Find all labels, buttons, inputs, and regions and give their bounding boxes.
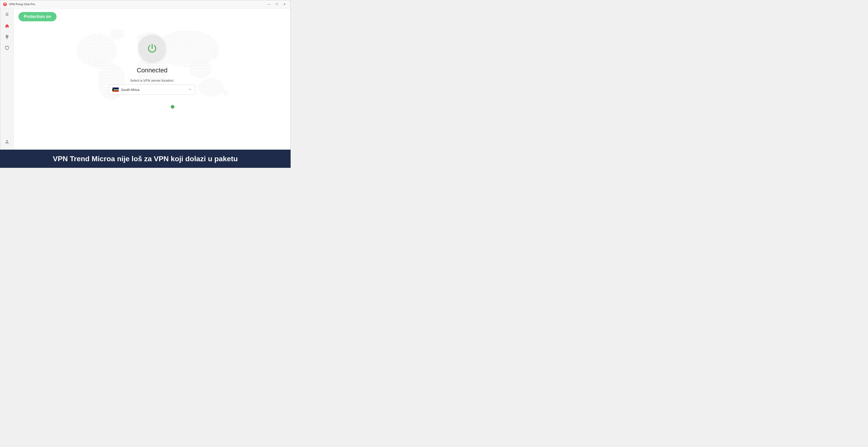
close-button[interactable]: ✕ <box>281 2 288 7</box>
sidebar-item-account[interactable] <box>2 137 12 147</box>
title-bar: VPN Proxy One Pro — ☐ ✕ <box>0 0 290 8</box>
power-button[interactable] <box>138 35 166 62</box>
window-title: VPN Proxy One Pro <box>9 2 35 6</box>
minimize-button[interactable]: — <box>266 2 272 7</box>
menu-toggle-button[interactable]: ☰ <box>2 10 12 19</box>
svg-point-12 <box>212 49 218 59</box>
protection-status-badge: Protection on <box>19 12 57 21</box>
title-bar-left: VPN Proxy One Pro <box>3 2 35 6</box>
home-icon <box>4 24 9 29</box>
hamburger-icon: ☰ <box>5 12 9 16</box>
maximize-button[interactable]: ☐ <box>274 2 280 7</box>
sidebar-item-home[interactable] <box>2 21 12 31</box>
banner-text: VPN Trend Microa nije loš za VPN koji do… <box>53 155 238 163</box>
title-bar-controls: — ☐ ✕ <box>266 2 288 7</box>
app-body: ☰ <box>0 8 290 149</box>
power-icon <box>145 42 159 55</box>
south-africa-flag-icon <box>113 88 119 92</box>
sidebar-item-alerts[interactable] <box>2 32 12 42</box>
select-location-label: Select a VPN server location: <box>130 78 174 82</box>
bottom-banner: VPN Trend Microa nije loš za VPN koji do… <box>0 150 290 168</box>
sidebar: ☰ <box>0 8 14 149</box>
vpn-selector-area: Select a VPN server location: <box>14 78 290 95</box>
shield-icon <box>4 45 9 50</box>
svg-point-8 <box>189 60 211 78</box>
power-button-wrapper: Connected <box>137 35 167 74</box>
map-area: Connected Select a VPN server location: <box>14 21 290 149</box>
vpn-location-dropdown[interactable]: South Africa <box>109 84 195 95</box>
app-window: VPN Proxy One Pro — ☐ ✕ ☰ <box>0 0 290 150</box>
bulb-icon <box>4 34 9 39</box>
vpn-select-left: South Africa <box>113 88 140 92</box>
selected-country-name: South Africa <box>121 88 140 92</box>
app-icon <box>3 2 7 6</box>
main-content: Protection on <box>14 8 290 149</box>
svg-point-10 <box>110 28 124 39</box>
chevron-down-icon <box>188 88 192 92</box>
svg-rect-22 <box>115 89 119 90</box>
account-icon <box>4 139 9 144</box>
connection-status: Connected <box>137 67 167 74</box>
sidebar-item-shield[interactable] <box>2 43 12 53</box>
